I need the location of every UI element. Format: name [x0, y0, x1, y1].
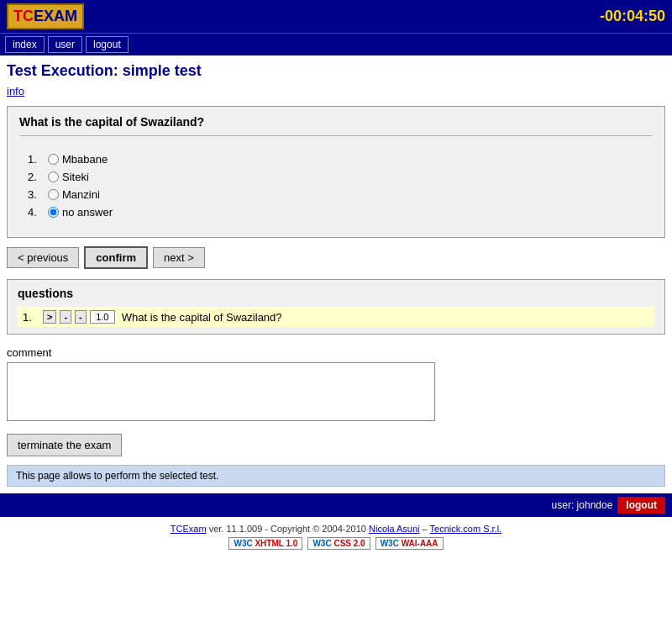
header: TCEXAM -00:04:50	[0, 0, 672, 33]
answer-label-1[interactable]: Mbabane	[62, 153, 108, 166]
w3c-badge-xhtml[interactable]: W3C XHTML 1.0	[228, 537, 302, 550]
q-row-num: 1.	[23, 311, 39, 324]
answer-radio-4[interactable]	[48, 207, 59, 218]
answer-item-3: 3. Manzini	[28, 188, 644, 201]
credits-company[interactable]: Tecnick.com S.r.l.	[430, 524, 502, 534]
q-minus1-button[interactable]: -	[60, 310, 71, 324]
question-box: What is the capital of Swaziland? 1. Mba…	[7, 106, 665, 238]
credits: TCExam ver. 11.1.009 - Copyright © 2004-…	[0, 517, 672, 553]
info-link[interactable]: info	[7, 85, 24, 98]
answer-num-3: 3.	[28, 188, 45, 201]
answer-num-2: 2.	[28, 171, 45, 183]
q-score: 1.0	[90, 310, 115, 324]
credits-version: ver. 11.1.009 - Copyright © 2004-2010	[209, 524, 369, 534]
answer-item-4: 4. no answer	[28, 206, 644, 219]
logo-tc: TC	[13, 8, 34, 24]
q-row-text: What is the capital of Swaziland?	[122, 311, 282, 324]
question-row-1: 1. > - - 1.0 What is the capital of Swaz…	[18, 307, 654, 327]
answer-num-4: 4.	[28, 206, 45, 219]
logo: TCEXAM	[7, 3, 84, 29]
answer-radio-2[interactable]	[48, 171, 59, 182]
footer-logout-button[interactable]: logout	[617, 497, 665, 514]
credits-sep: –	[423, 524, 430, 534]
answer-label-3[interactable]: Manzini	[62, 188, 100, 201]
page-title: Test Execution: simple test	[7, 62, 665, 80]
previous-button[interactable]: < previous	[7, 247, 79, 268]
confirm-button[interactable]: confirm	[84, 246, 148, 269]
answer-radio-1[interactable]	[48, 154, 59, 165]
nav-index[interactable]: index	[5, 36, 45, 53]
logo-exam: EXAM	[34, 8, 77, 24]
user-info: user: johndoe	[552, 499, 613, 511]
comment-section: comment	[7, 346, 665, 424]
answers-list: 1. Mbabane 2. Siteki 3. Manzini 4. no an…	[19, 143, 653, 229]
navbar: index user logout	[0, 33, 672, 55]
answer-item-1: 1. Mbabane	[28, 153, 644, 166]
nav-logout[interactable]: logout	[86, 36, 129, 53]
questions-title: questions	[18, 287, 654, 300]
next-button[interactable]: next >	[153, 247, 205, 268]
terminate-button[interactable]: terminate the exam	[7, 434, 122, 456]
w3c-badges: W3C XHTML 1.0 W3C CSS 2.0 W3C WAI-AAA	[3, 537, 669, 550]
w3c-badge-css[interactable]: W3C CSS 2.0	[307, 537, 370, 550]
timer: -00:04:50	[600, 8, 665, 25]
comment-label: comment	[7, 346, 665, 359]
question-text: What is the capital of Swaziland?	[19, 115, 653, 136]
questions-section: questions 1. > - - 1.0 What is the capit…	[7, 279, 665, 335]
nav-user[interactable]: user	[48, 36, 82, 53]
q-goto-button[interactable]: >	[43, 310, 56, 324]
w3c-badge-wai[interactable]: W3C WAI-AAA	[375, 537, 444, 550]
content: Test Execution: simple test info What is…	[0, 55, 672, 493]
credits-author[interactable]: Nicola Asuni	[369, 524, 420, 534]
q-dash-button[interactable]: -	[75, 310, 87, 324]
answer-num-1: 1.	[28, 153, 45, 166]
answer-label-4[interactable]: no answer	[62, 206, 113, 219]
footer-bar: user: johndoe logout	[0, 493, 672, 517]
answer-label-2[interactable]: Siteki	[62, 171, 89, 183]
comment-textarea[interactable]	[7, 362, 435, 421]
status-bar: This page allows to perform the selected…	[7, 465, 665, 487]
credits-text: TCExam ver. 11.1.009 - Copyright © 2004-…	[3, 524, 669, 534]
nav-buttons: < previous confirm next >	[7, 246, 665, 269]
credits-tcexam[interactable]: TCExam	[171, 524, 207, 534]
answer-radio-3[interactable]	[48, 189, 59, 200]
answer-item-2: 2. Siteki	[28, 171, 644, 183]
